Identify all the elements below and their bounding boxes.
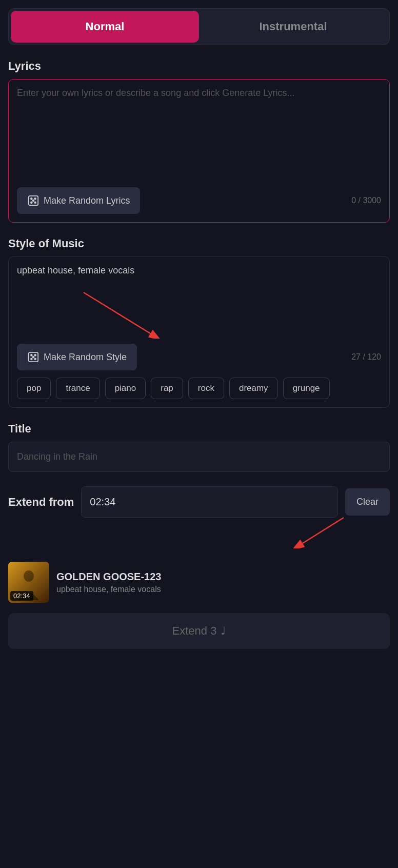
lyrics-section: Lyrics Make Random Lyrics 0 / 3000 — [8, 60, 390, 223]
song-style: upbeat house, female vocals — [56, 585, 390, 594]
make-random-style-button[interactable]: Make Random Style — [17, 344, 137, 370]
extend-action-button[interactable]: Extend 3 ♩ — [8, 613, 390, 649]
style-tag-dreamy[interactable]: dreamy — [229, 378, 278, 399]
lyrics-box: Make Random Lyrics 0 / 3000 — [8, 79, 390, 223]
style-footer: Make Random Style 27 / 120 — [17, 344, 381, 370]
title-section: Title — [8, 422, 390, 472]
title-input[interactable] — [8, 442, 390, 472]
svg-point-12 — [34, 358, 36, 360]
extend-annotation-arrow — [287, 512, 349, 548]
song-duration-badge: 02:34 — [10, 591, 33, 601]
lyrics-section-label: Lyrics — [8, 60, 390, 73]
svg-point-13 — [33, 357, 34, 358]
extend-section: Extend from Clear — [8, 486, 390, 603]
song-info: GOLDEN GOOSE-123 upbeat house, female vo… — [56, 571, 390, 594]
make-random-lyrics-button[interactable]: Make Random Lyrics — [17, 187, 140, 214]
svg-point-11 — [31, 358, 32, 360]
annotation-arrow — [68, 282, 181, 339]
random-style-label: Make Random Style — [44, 352, 127, 363]
svg-point-3 — [31, 202, 32, 203]
style-section: Style of Music upbeat house, female voca… — [8, 237, 390, 408]
extend-action-label: Extend 3 — [172, 624, 217, 638]
normal-mode-button[interactable]: Normal — [11, 11, 199, 43]
svg-point-2 — [34, 198, 36, 200]
instrumental-mode-button[interactable]: Instrumental — [199, 11, 387, 43]
song-thumbnail: 02:34 — [8, 562, 49, 603]
style-tag-pop[interactable]: pop — [17, 378, 51, 399]
random-lyrics-label: Make Random Lyrics — [44, 195, 130, 206]
svg-line-15 — [303, 518, 344, 543]
lyrics-count: 0 / 3000 — [351, 196, 381, 205]
music-note-icon: ♩ — [221, 624, 226, 638]
svg-point-9 — [31, 354, 32, 356]
title-section-label: Title — [8, 422, 390, 436]
song-title: GOLDEN GOOSE-123 — [56, 571, 390, 583]
style-count: 27 / 120 — [351, 352, 381, 362]
style-tag-rock[interactable]: rock — [188, 378, 224, 399]
style-tag-rap[interactable]: rap — [151, 378, 183, 399]
extend-from-label: Extend from — [8, 496, 74, 509]
style-tag-grunge[interactable]: grunge — [283, 378, 330, 399]
svg-point-5 — [33, 200, 34, 202]
style-tag-trance[interactable]: trance — [56, 378, 99, 399]
svg-point-1 — [31, 198, 32, 200]
clear-button[interactable]: Clear — [345, 488, 390, 516]
dice-icon-style — [27, 351, 39, 363]
mode-toggle: Normal Instrumental — [8, 8, 390, 45]
arrow-container — [17, 282, 381, 344]
svg-point-4 — [34, 202, 36, 203]
style-box: upbeat house, female vocals — [8, 257, 390, 408]
svg-point-17 — [24, 570, 34, 582]
extend-arrow-container — [8, 518, 390, 554]
lyrics-textarea[interactable] — [17, 88, 381, 180]
extend-row: Extend from Clear — [8, 486, 390, 518]
style-value: upbeat house, female vocals — [17, 265, 381, 276]
style-section-label: Style of Music — [8, 237, 390, 250]
lyrics-footer: Make Random Lyrics 0 / 3000 — [17, 187, 381, 214]
svg-line-7 — [84, 292, 150, 333]
song-card: 02:34 GOLDEN GOOSE-123 upbeat house, fem… — [8, 562, 390, 603]
dice-icon — [27, 194, 39, 207]
extend-time-input[interactable] — [81, 486, 338, 518]
style-tags: pop trance piano rap rock dreamy grunge — [17, 378, 381, 399]
style-tag-piano[interactable]: piano — [105, 378, 146, 399]
svg-point-10 — [34, 354, 36, 356]
